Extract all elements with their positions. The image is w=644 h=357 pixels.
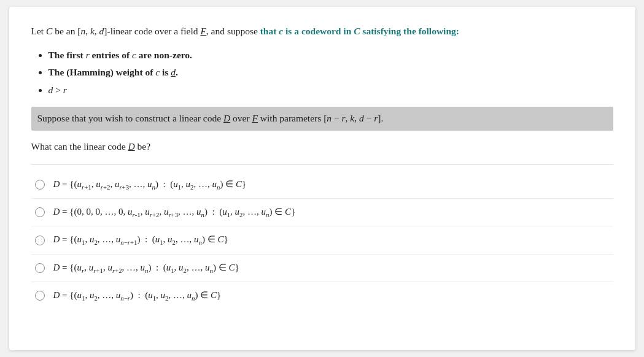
bullet-2: The (Hamming) weight of c is d. <box>48 64 613 80</box>
highlight-row: Suppose that you wish to construct a lin… <box>31 107 613 131</box>
radio-4[interactable] <box>35 263 45 273</box>
option-row-3[interactable]: D = {(u1, u2, …, un−r+1) : (u1, u2, …, u… <box>31 226 613 254</box>
divider-top <box>31 164 613 165</box>
option-4-text: D = {(ur, ur+1, ur+2, …, un) : (u1, u2, … <box>53 261 239 275</box>
question-text: What can the linear code D be? <box>31 139 613 153</box>
option-5-text: D = {(u1, u2, …, un−r) : (u1, u2, …, un)… <box>53 288 222 303</box>
option-1-text: D = {(ur+1, ur+2, ur+3, …, un) : (u1, u2… <box>53 177 247 192</box>
intro-paragraph: Let C be an [n, k, d]-linear code over a… <box>31 24 613 39</box>
bullet-list: The first r entries of c are non-zero. T… <box>48 47 613 98</box>
radio-3[interactable] <box>35 236 45 245</box>
option-2-text: D = {(0, 0, 0, …, 0, ur‑1, ur+2, ur+3, …… <box>53 205 296 220</box>
option-row-5[interactable]: D = {(u1, u2, …, un−r) : (u1, u2, …, un)… <box>31 282 613 309</box>
option-row-4[interactable]: D = {(ur, ur+1, ur+2, …, un) : (u1, u2, … <box>31 255 613 282</box>
radio-2[interactable] <box>35 207 45 217</box>
main-card: Let C be an [n, k, d]-linear code over a… <box>9 7 635 350</box>
bullet-3: d > r <box>48 82 613 98</box>
option-row-1[interactable]: D = {(ur+1, ur+2, ur+3, …, un) : (u1, u2… <box>31 171 613 199</box>
radio-1[interactable] <box>35 180 45 190</box>
option-3-text: D = {(u1, u2, …, un−r+1) : (u1, u2, …, u… <box>53 232 228 247</box>
bullet-1: The first r entries of c are non-zero. <box>48 47 613 63</box>
option-row-2[interactable]: D = {(0, 0, 0, …, 0, ur‑1, ur+2, ur+3, …… <box>31 199 613 226</box>
radio-5[interactable] <box>35 291 45 301</box>
